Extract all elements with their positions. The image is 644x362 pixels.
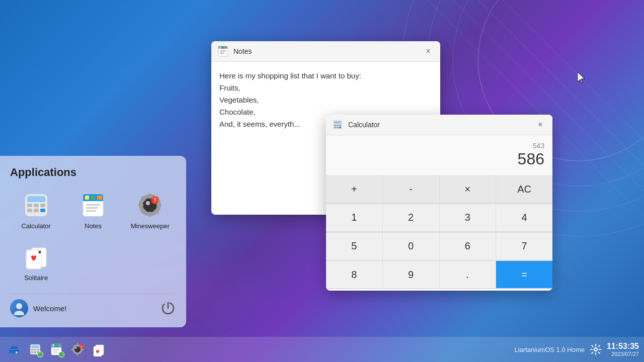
svg-point-59 — [14, 311, 24, 315]
svg-rect-29 — [34, 204, 39, 207]
calc-prev-value: 543 — [533, 142, 544, 150]
svg-rect-17 — [224, 47, 226, 49]
svg-rect-77 — [53, 349, 60, 350]
calculator-window-title: Calculator — [348, 121, 529, 129]
svg-rect-31 — [27, 209, 32, 212]
user-avatar — [10, 299, 28, 317]
minesweeper-app-label: Minesweeper — [131, 222, 170, 230]
clock-date: 2023/07/27 — [607, 351, 639, 357]
taskbar-minesweeper-icon[interactable]: ! — [68, 340, 87, 358]
calc-btn-equals[interactable]: = — [496, 261, 552, 288]
notes-window-title: Notes — [233, 47, 417, 55]
app-item-solitaire[interactable]: Solitaire — [10, 239, 62, 286]
calc-btn-8[interactable]: 8 — [326, 261, 382, 288]
svg-point-53 — [146, 201, 150, 205]
calc-btn-1[interactable]: 1 — [326, 204, 382, 231]
calc-btn-multiply[interactable]: × — [440, 175, 496, 203]
power-button[interactable] — [160, 300, 176, 316]
notes-app-icon-wrapper — [79, 191, 107, 219]
svg-rect-20 — [334, 125, 336, 126]
svg-rect-69 — [34, 351, 36, 353]
settings-icon[interactable] — [590, 343, 602, 355]
svg-rect-79 — [53, 352, 58, 353]
user-info: Welcome! — [10, 299, 66, 317]
svg-rect-27 — [27, 196, 45, 202]
taskbar-right: LiartaniumOS 1.0 Home 11:53:35 2023/07/2… — [515, 342, 639, 357]
calc-btn-0[interactable]: 0 — [383, 233, 439, 260]
svg-point-58 — [16, 303, 22, 309]
app-item-notes[interactable]: Notes — [67, 187, 119, 234]
calculator-close-button[interactable]: × — [534, 119, 546, 131]
notes-line-3: Vegetables, — [219, 94, 432, 106]
notes-line-2: Fruits, — [219, 82, 432, 94]
calculator-titlebar[interactable]: Calculator × — [326, 115, 552, 135]
minesweeper-app-icon-wrapper: ! — [136, 191, 164, 219]
taskbar-drive-icon[interactable] — [5, 340, 23, 358]
notes-line-1: Here is my shopping list that I want to … — [219, 70, 432, 82]
notes-window-icon — [217, 46, 228, 57]
svg-rect-13 — [220, 52, 225, 53]
svg-rect-64 — [31, 345, 39, 348]
svg-rect-42 — [86, 210, 96, 212]
applications-panel: Applications Calculator — [0, 156, 186, 327]
notes-app-label: Notes — [85, 222, 102, 230]
svg-rect-30 — [40, 204, 45, 207]
calc-btn-4[interactable]: 4 — [496, 204, 552, 231]
svg-rect-75 — [55, 344, 57, 346]
svg-rect-41 — [86, 207, 98, 209]
svg-rect-68 — [31, 351, 33, 353]
svg-rect-65 — [31, 349, 33, 350]
notes-titlebar[interactable]: Notes × — [211, 41, 440, 62]
calc-btn-5[interactable]: 5 — [326, 233, 382, 260]
svg-point-91 — [594, 348, 597, 351]
clock-time: 11:53:35 — [607, 342, 639, 351]
svg-point-86 — [75, 347, 77, 349]
app-item-minesweeper[interactable]: ! Minesweeper — [124, 187, 176, 234]
calculator-buttons: + - × AC 1 2 3 4 5 0 6 7 8 9 . = — [326, 175, 552, 289]
solitaire-taskbar-icon — [92, 342, 106, 356]
calc-btn-3[interactable]: 3 — [440, 204, 496, 231]
taskbar: ! LiartaniumOS 1.0 Home 11:53:35 2023/07… — [0, 337, 644, 362]
svg-rect-40 — [86, 204, 100, 206]
minesweeper-taskbar-icon: ! — [70, 342, 85, 356]
svg-rect-22 — [339, 125, 341, 126]
calculator-taskbar-badge — [37, 351, 43, 357]
app-item-calculator[interactable]: Calculator — [10, 187, 62, 234]
svg-rect-37 — [85, 196, 89, 200]
solitaire-app-icon-wrapper — [22, 243, 50, 271]
calculator-window-icon — [332, 119, 343, 130]
calc-btn-6[interactable]: 6 — [440, 233, 496, 260]
svg-rect-76 — [58, 344, 60, 346]
calc-btn-plus[interactable]: + — [326, 175, 382, 203]
taskbar-calculator-icon[interactable] — [26, 340, 44, 358]
svg-rect-15 — [219, 47, 221, 49]
applications-panel-title: Applications — [10, 166, 176, 179]
svg-rect-38 — [91, 196, 95, 200]
applications-grid: Calculator Notes — [10, 187, 176, 286]
svg-rect-67 — [37, 349, 39, 350]
calc-btn-minus[interactable]: - — [383, 175, 439, 203]
solitaire-app-label: Solitaire — [24, 274, 48, 282]
svg-rect-28 — [27, 204, 32, 207]
calc-btn-dot[interactable]: . — [440, 261, 496, 288]
calc-current-value: 586 — [518, 150, 544, 168]
notes-close-button[interactable]: × — [422, 45, 434, 57]
calc-btn-7[interactable]: 7 — [496, 233, 552, 260]
svg-rect-21 — [337, 125, 339, 126]
user-bar: Welcome! — [10, 294, 176, 317]
calc-btn-2[interactable]: 2 — [383, 204, 439, 231]
calculator-window: Calculator × 543 586 + - × AC 1 2 3 4 5 … — [326, 115, 552, 291]
taskbar-solitaire-icon[interactable] — [90, 340, 108, 358]
svg-rect-39 — [97, 196, 102, 200]
taskbar-left: ! — [5, 340, 108, 358]
calculator-app-label: Calculator — [21, 222, 51, 230]
taskbar-notes-icon[interactable] — [47, 340, 65, 358]
calc-btn-ac[interactable]: AC — [496, 175, 552, 203]
svg-rect-32 — [34, 209, 39, 212]
mouse-cursor — [578, 72, 584, 82]
svg-rect-78 — [53, 350, 59, 351]
calc-btn-9[interactable]: 9 — [383, 261, 439, 288]
svg-rect-24 — [337, 127, 339, 128]
taskbar-clock: 11:53:35 2023/07/27 — [607, 342, 639, 357]
calculator-app-icon-wrapper — [22, 191, 50, 219]
